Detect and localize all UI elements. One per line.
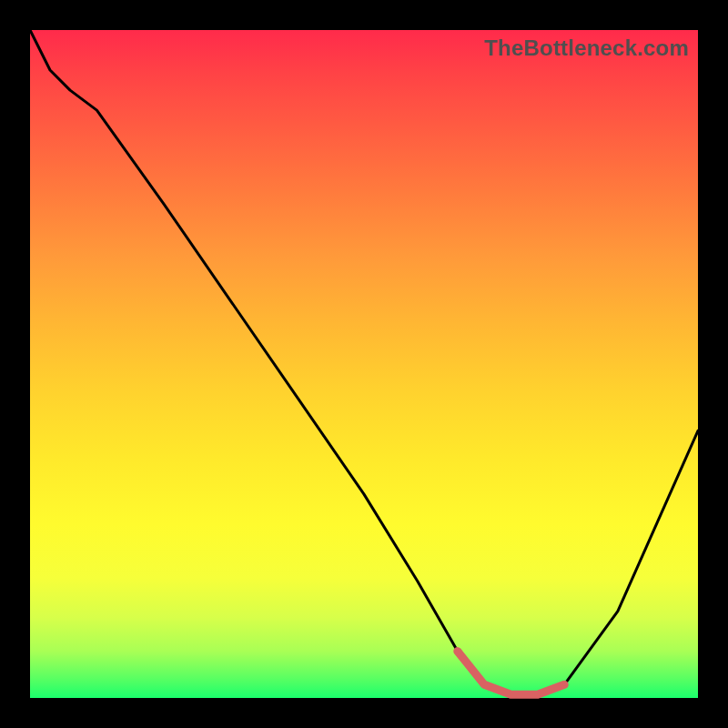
chart-plot-area: TheBottleneck.com: [30, 30, 698, 698]
bottleneck-trough-highlight: [458, 652, 564, 695]
chart-frame: TheBottleneck.com: [0, 0, 728, 728]
chart-svg: [30, 30, 698, 698]
bottleneck-curve: [30, 30, 698, 694]
